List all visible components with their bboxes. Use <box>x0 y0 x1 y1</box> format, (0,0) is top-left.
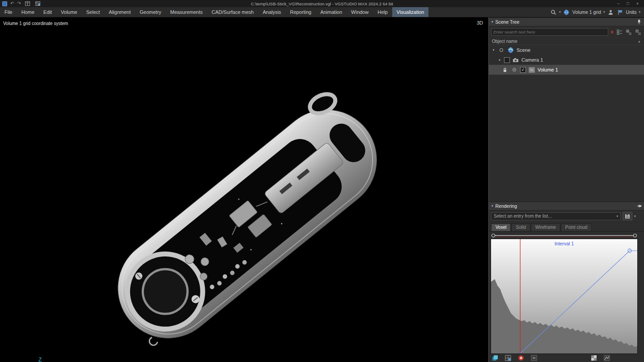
tree-node-label: Scene <box>517 47 530 53</box>
camera-icon <box>512 57 519 63</box>
menu-item-home[interactable]: Home <box>17 7 39 17</box>
pin-icon[interactable] <box>637 19 641 25</box>
chevron-right-icon[interactable]: ▸ <box>498 58 502 62</box>
preset-placeholder: Select an entry from the list... <box>494 214 552 219</box>
volume-checkbox[interactable]: ✓ <box>520 67 526 73</box>
eye-icon[interactable] <box>511 67 518 73</box>
add-interval-icon[interactable] <box>517 355 525 361</box>
menu-item-edit[interactable]: Edit <box>39 7 56 17</box>
rendering-title: Rendering <box>496 203 517 209</box>
tab-voxel[interactable]: Voxel <box>491 223 511 231</box>
menu-item-animation[interactable]: Animation <box>316 7 347 17</box>
table-layout-icon[interactable] <box>24 0 31 7</box>
interval-presets-icon[interactable] <box>491 355 499 361</box>
menu-item-volume[interactable]: Volume <box>56 7 82 17</box>
histogram-scale-icon[interactable] <box>603 355 610 361</box>
z-axis-label: Z <box>38 357 42 362</box>
coordinate-system-label: Volume 1 grid coordinate system <box>3 21 68 26</box>
sort-icon[interactable]: ▲ <box>638 40 641 43</box>
object-name-column-header[interactable]: Object name ▲ <box>489 38 644 45</box>
ct-volume-render[interactable] <box>0 17 488 362</box>
preset-caret-icon[interactable]: ▾ <box>616 215 618 218</box>
menu-item-select[interactable]: Select <box>82 7 105 17</box>
app-window: ↶ ↷ C:\temp\USB-Stick_VG\Reconstruction.… <box>0 0 644 362</box>
histogram-toolbar <box>489 354 644 362</box>
histogram-grid-icon[interactable] <box>504 355 512 361</box>
app-icon <box>2 1 7 6</box>
tab-wireframe[interactable]: Wireframe <box>531 223 560 231</box>
opacity-ramp[interactable] <box>491 232 638 239</box>
title-bar: ↶ ↷ C:\temp\USB-Stick_VG\Reconstruction.… <box>0 0 644 7</box>
tree-row-camera[interactable]: ▸ Camera 1 <box>489 55 644 65</box>
pin-icon[interactable] <box>636 204 642 208</box>
object-name-label: Object name <box>492 39 517 44</box>
panel-empty-space <box>489 75 644 202</box>
units-caret-icon[interactable]: ▾ <box>639 10 640 14</box>
tree-node-label: Camera 1 <box>521 57 543 63</box>
menu-item-reporting[interactable]: Reporting <box>285 7 316 17</box>
save-preset-caret-icon[interactable]: ▾ <box>634 215 636 218</box>
visibility-dot-icon[interactable] <box>498 47 505 53</box>
tree-row-scene[interactable]: ▾ Scene <box>489 45 644 55</box>
scene-globe-icon <box>507 47 514 53</box>
search-icon[interactable] <box>550 9 557 15</box>
menu-item-window[interactable]: Window <box>347 7 373 17</box>
gray-value-histogram[interactable]: Interval 1 <box>491 239 638 354</box>
tree-row-volume[interactable]: ✓ Volume 1 <box>489 65 644 75</box>
clear-search-icon[interactable]: × <box>610 29 614 35</box>
filter-tree-icon[interactable] <box>616 29 623 35</box>
rendering-preset-row: Select an entry from the list... ▾ ▾ <box>489 210 644 222</box>
scene-tree: ▾ Scene ▸ Camera 1 <box>489 45 644 75</box>
search-dropdown-icon[interactable]: ▾ <box>559 10 561 14</box>
units-selector[interactable]: Units <box>626 9 637 15</box>
scene-tree-collapse-icon[interactable]: ▾ <box>491 20 493 24</box>
close-button[interactable]: × <box>636 1 639 6</box>
menu-item-measurements[interactable]: Measurements <box>166 7 208 17</box>
menu-item-file[interactable]: File <box>0 7 17 17</box>
grid-selector-caret-icon[interactable]: ▾ <box>603 10 605 14</box>
expand-all-icon[interactable] <box>625 29 632 35</box>
view-mode-label[interactable]: 3D <box>477 20 483 25</box>
scene-tree-search-row: × <box>489 26 644 38</box>
redo-icon[interactable]: ↷ <box>17 1 21 6</box>
scene-tree-title: Scene Tree <box>496 19 520 25</box>
lock-icon[interactable] <box>501 67 508 73</box>
maximize-button[interactable]: □ <box>627 1 629 6</box>
histogram-options-icon[interactable] <box>590 355 597 361</box>
save-preset-button[interactable] <box>623 212 632 220</box>
menu-item-help[interactable]: Help <box>373 7 392 17</box>
menu-item-analysis[interactable]: Analysis <box>258 7 285 17</box>
tab-solid[interactable]: Solid <box>511 223 530 231</box>
rendering-header[interactable]: ▾ Rendering <box>489 202 644 210</box>
interval-label[interactable]: Interval 1 <box>491 241 637 246</box>
undo-icon[interactable]: ↶ <box>10 1 14 6</box>
chevron-down-icon[interactable]: ▾ <box>491 48 496 52</box>
scene-tree-header[interactable]: ▾ Scene Tree <box>489 17 644 26</box>
camera-checkbox[interactable] <box>504 57 510 63</box>
menu-item-cad-surface-mesh[interactable]: CAD/Surface mesh <box>207 7 258 17</box>
tab-point-cloud[interactable]: Point cloud <box>561 223 592 231</box>
minimize-button[interactable]: – <box>617 1 619 6</box>
menu-bar: File Home Edit Volume Select Alignment G… <box>0 7 644 17</box>
menu-item-visualization[interactable]: Visualization <box>392 7 429 17</box>
remove-interval-icon[interactable] <box>530 355 538 361</box>
user-settings-icon[interactable] <box>607 9 614 15</box>
volume-cube-icon <box>528 67 535 73</box>
units-flag-icon <box>617 9 624 15</box>
render-mode-tabs: Voxel Solid Wireframe Point cloud <box>489 222 644 232</box>
coordinate-grid-selector[interactable]: Volume 1 grid <box>572 9 601 15</box>
menu-item-geometry[interactable]: Geometry <box>135 7 165 17</box>
viewport-3d[interactable]: Volume 1 grid coordinate system 3D Z <box>0 17 488 362</box>
menu-item-alignment[interactable]: Alignment <box>104 7 135 17</box>
window-title: C:\temp\USB-Stick_VG\Reconstruction.vgl … <box>0 1 644 6</box>
rendering-collapse-icon[interactable]: ▾ <box>491 204 493 208</box>
tree-node-label: Volume 1 <box>538 67 558 72</box>
grid-globe-icon <box>563 9 570 15</box>
table-add-icon[interactable] <box>34 0 42 7</box>
search-input[interactable] <box>491 28 608 36</box>
preset-select[interactable]: Select an entry from the list... ▾ <box>491 212 621 220</box>
collapse-all-icon[interactable] <box>635 29 642 35</box>
right-side-panel: ▾ Scene Tree × <box>488 17 644 362</box>
